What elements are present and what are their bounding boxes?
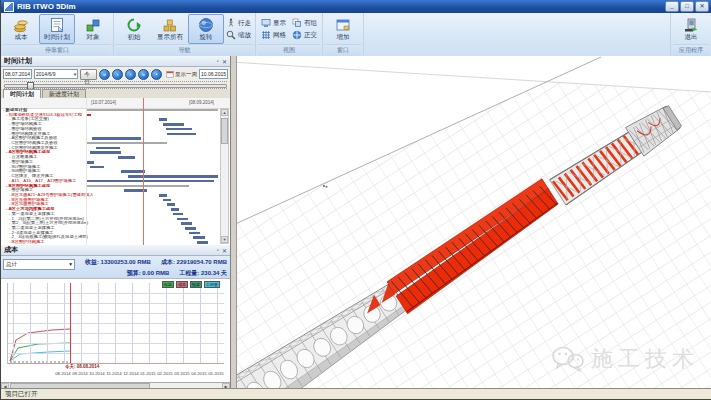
status-text: 项目已打开 xyxy=(5,390,38,397)
gantt-bar[interactable] xyxy=(167,133,196,136)
nav-round-button[interactable]: » xyxy=(138,69,149,80)
gantt-bar[interactable] xyxy=(189,232,199,235)
close-panel-icon[interactable]: ✕ xyxy=(222,58,227,65)
today-annotation: 今天: 08.08.2014 xyxy=(65,364,99,369)
schedule-panel-title: 时间计划 xyxy=(4,56,214,66)
gantt-header-start: [10.07.2014] xyxy=(91,100,116,105)
slider-ticks-top xyxy=(4,81,227,82)
gantt-bar[interactable] xyxy=(173,213,182,216)
cost-button[interactable]: 成本 xyxy=(3,14,39,44)
gantt-bar[interactable] xyxy=(163,199,171,202)
ribbon-group-application: 退出 应用程序 xyxy=(670,13,711,56)
watermark-text: 施工技术 xyxy=(591,344,699,374)
gantt-bar[interactable] xyxy=(166,128,192,131)
gantt-bar[interactable] xyxy=(197,241,207,244)
gantt-bar[interactable] xyxy=(87,161,94,164)
nav-round-button[interactable]: • xyxy=(151,69,162,80)
ortho-button[interactable]: 正交 xyxy=(292,30,317,40)
display-button[interactable]: 显示 xyxy=(261,18,286,28)
nav-round-button[interactable]: ‹ xyxy=(112,69,123,80)
initial-view-button[interactable]: 初始 xyxy=(116,14,152,44)
ribbon-group-window: 增加 窗口 xyxy=(323,13,364,56)
ortho-sphere-icon xyxy=(292,30,302,40)
gantt-bar[interactable] xyxy=(92,137,140,140)
gantt-bar[interactable] xyxy=(159,118,167,121)
gantt-bar[interactable] xyxy=(87,109,218,111)
gantt-bar[interactable] xyxy=(177,218,187,221)
rotate-button[interactable]: 旋转 xyxy=(188,14,224,44)
schedule-button[interactable]: 时间计划 xyxy=(39,14,75,44)
gantt-bar[interactable] xyxy=(118,156,135,159)
gantt-bar[interactable] xyxy=(167,203,175,206)
grouped-button[interactable]: 有组 xyxy=(292,18,317,28)
cost-summary-item: 预算: 0.00 RMB xyxy=(127,269,170,278)
x-axis-label: 02.2015 xyxy=(157,371,173,376)
schedule-panel: 时间计划 ▫ ✕ 08.07.2014 2014/6/9 ▾ 今日 «‹›»• … xyxy=(1,56,231,390)
cost-summary-item: 收益: 13300253.00 RMB xyxy=(85,258,151,267)
close-button[interactable]: ✕ xyxy=(695,1,709,12)
start-date-field[interactable]: 08.07.2014 xyxy=(3,69,32,79)
gantt-bar[interactable] xyxy=(121,170,145,173)
x-axis-label: 09.2014 xyxy=(72,371,88,376)
gridline xyxy=(8,313,224,314)
model-viewport[interactable]: 施工技术 xyxy=(237,56,711,390)
gantt-bar[interactable] xyxy=(90,151,121,154)
gantt-today-line xyxy=(143,98,144,245)
gantt-bar[interactable] xyxy=(163,123,184,126)
ribbon: 成本 时间计划 对象 停靠窗口 初始 xyxy=(1,13,711,57)
ribbon-group-navigation-label: 导航 xyxy=(116,44,253,56)
gantt-bar[interactable] xyxy=(193,236,205,239)
display-label: 显示 xyxy=(273,19,286,28)
legend-chip: 工程量 xyxy=(204,281,220,288)
minimize-button[interactable]: _ xyxy=(665,1,679,12)
show-week-control[interactable]: 显示一周 xyxy=(166,70,197,78)
tab-schedule[interactable]: 时间计划 xyxy=(3,89,41,98)
gantt-bar[interactable] xyxy=(96,147,120,150)
tab-new-schedule[interactable]: 新进度计划 xyxy=(42,89,86,98)
objects-button[interactable]: 对象 xyxy=(75,14,111,44)
walk-button[interactable]: 行走 xyxy=(226,18,251,28)
gantt-bar[interactable] xyxy=(185,227,195,230)
gantt-bar[interactable] xyxy=(87,185,189,187)
gridline xyxy=(8,353,224,354)
grid-button[interactable]: 网格 xyxy=(261,30,286,40)
gantt-bar[interactable] xyxy=(87,142,167,144)
marker-dot-green xyxy=(326,186,328,188)
gantt-bar[interactable] xyxy=(87,180,214,183)
maximize-button[interactable]: □ xyxy=(680,1,694,12)
gantt-bar[interactable] xyxy=(90,166,104,169)
exit-button[interactable]: 退出 xyxy=(673,14,709,44)
cost-chart[interactable]: 收益成本预算工程量 今天: 08.08.2014 08.201409.20141… xyxy=(1,278,230,383)
show-week-label: 显示一周 xyxy=(175,71,197,78)
gantt-bar[interactable] xyxy=(171,208,179,211)
scroll-thumb[interactable] xyxy=(221,118,228,144)
date-picker-dropdown[interactable]: 2014/6/9 ▾ xyxy=(34,69,78,79)
scroll-up-icon[interactable]: ▲ xyxy=(221,109,228,116)
application-window: RIB iTWO 5Dim _ □ ✕ 成本 时间计划 对象 停靠窗口 xyxy=(0,0,711,400)
pin-icon[interactable]: ▫ xyxy=(217,247,219,253)
gantt-bar[interactable] xyxy=(159,194,167,197)
show-all-button[interactable]: 显示所有 xyxy=(152,14,188,44)
nav-round-button[interactable]: › xyxy=(125,69,136,80)
timeline-slider[interactable] xyxy=(1,81,230,89)
gold-cubes-icon xyxy=(162,17,178,33)
scroll-down-icon[interactable]: ▼ xyxy=(221,236,228,243)
cost-scope-dropdown[interactable]: 总计 ▾ xyxy=(3,259,75,270)
zoom-button[interactable]: 缩放 xyxy=(226,30,251,40)
close-panel-icon[interactable]: ✕ xyxy=(222,247,227,254)
x-axis-label: 08.2014 xyxy=(55,371,71,376)
nav-round-button[interactable]: « xyxy=(99,69,110,80)
cost-toolbar: 总计 ▾ 收益: 13300253.00 RMB成本: 22919054.70 … xyxy=(1,256,230,279)
gantt-bar[interactable] xyxy=(181,222,191,225)
pin-icon[interactable]: ▫ xyxy=(217,58,219,64)
gantt-chart[interactable]: [10.07.2014] [08.09.2014] - 新进度计划- 拟建地铁轨… xyxy=(1,98,230,245)
end-date-field[interactable]: 10.06.2015 xyxy=(199,69,228,79)
marker-dot-red xyxy=(323,185,325,187)
today-button[interactable]: 今日 xyxy=(80,69,97,80)
walk-icon xyxy=(226,18,236,28)
gantt-bar[interactable] xyxy=(87,114,91,117)
chevron-down-icon: ▾ xyxy=(69,260,72,269)
gantt-bar[interactable] xyxy=(128,175,218,178)
gantt-vertical-scrollbar[interactable]: ▲ ▼ xyxy=(220,108,229,244)
add-window-button[interactable]: 增加 xyxy=(325,14,361,44)
